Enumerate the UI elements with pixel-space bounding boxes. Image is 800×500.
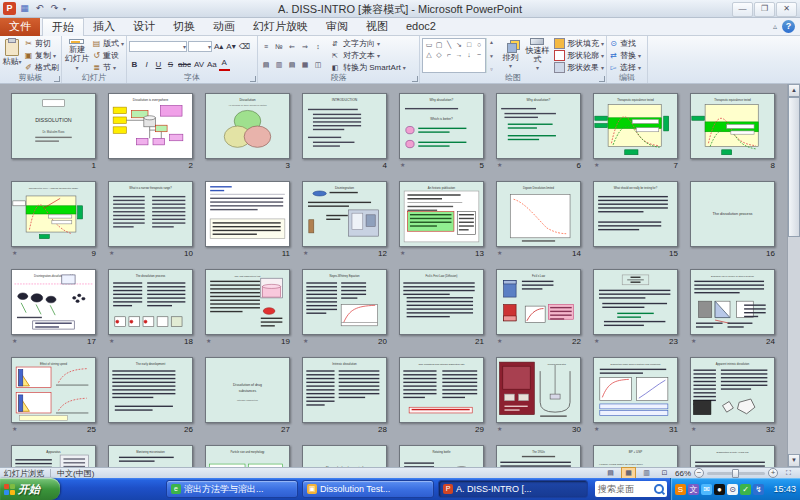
shape-curve-icon[interactable]: ~: [474, 50, 484, 60]
slide-thumbnail-39[interactable]: BP + USP• Paddle versus basket as defaul…: [593, 445, 678, 467]
slide-thumbnail-28[interactable]: Intrinsic dissolution: [302, 357, 387, 423]
clear-formatting-icon[interactable]: ⌫: [238, 41, 251, 52]
transition-indicator-icon[interactable]: ★: [400, 161, 405, 168]
bold-button[interactable]: B: [129, 59, 140, 70]
desktop-search-box[interactable]: 搜索桌面: [595, 481, 667, 497]
scroll-down-icon[interactable]: ▼: [788, 454, 800, 467]
zoom-in-icon[interactable]: +: [768, 468, 778, 478]
slide-thumbnail-33[interactable]: Apparatus: [11, 445, 96, 467]
transition-indicator-icon[interactable]: ★: [594, 425, 599, 432]
qat-dropdown-icon[interactable]: ▾: [63, 5, 66, 12]
transition-indicator-icon[interactable]: ★: [109, 249, 114, 256]
slide-thumbnail-31[interactable]: Dissolution under Noyes-Whitney sink con…: [593, 357, 678, 423]
transition-indicator-icon[interactable]: ★: [303, 249, 308, 256]
slide-thumbnail-35[interactable]: Particle size and morphology: [205, 445, 290, 467]
slide-thumbnail-36[interactable]: The early development of: [302, 445, 387, 467]
indent-decrease-icon[interactable]: ⇐: [286, 41, 298, 52]
section-button[interactable]: ≣节▾: [92, 62, 124, 73]
justify-icon[interactable]: ▦: [299, 59, 311, 70]
transition-indicator-icon[interactable]: ★: [109, 337, 114, 344]
slide-thumbnail-26[interactable]: The early development: [108, 357, 193, 423]
line-spacing-icon[interactable]: ↕: [312, 41, 324, 52]
shape-fill-button[interactable]: 形状填充▾: [554, 38, 604, 49]
slide-thumbnail-37[interactable]: Rotating bottle: [399, 445, 484, 467]
replace-button[interactable]: ⇄替换▾: [609, 50, 647, 61]
transition-indicator-icon[interactable]: ★: [12, 425, 17, 432]
arrange-button[interactable]: 排列▾: [498, 38, 523, 73]
transition-indicator-icon[interactable]: ★: [594, 337, 599, 344]
slide-thumbnail-11[interactable]: [205, 181, 290, 247]
transition-indicator-icon[interactable]: ★: [691, 425, 696, 432]
shape-diamond-icon[interactable]: ◇: [434, 50, 444, 60]
transition-indicator-icon[interactable]: ★: [497, 249, 502, 256]
numbering-icon[interactable]: №: [273, 41, 285, 52]
slide-thumbnail-29[interactable]: Sink conditions and intrinsic dissolutio…: [399, 357, 484, 423]
powerpoint-logo-icon[interactable]: P: [3, 2, 16, 15]
shape-arrow-line-icon[interactable]: ↘: [454, 40, 464, 50]
sogou-input-icon[interactable]: S: [675, 484, 686, 495]
maximize-button[interactable]: ❐: [754, 2, 775, 17]
taskbar-button-1[interactable]: e溶出方法学与溶出...: [166, 480, 298, 498]
italic-button[interactable]: I: [141, 59, 152, 70]
language-label[interactable]: 中文(中国): [57, 468, 94, 479]
slide-thumbnail-27[interactable]: Dissolution of drugsubstancesIntrinsic d…: [205, 357, 290, 423]
align-left-icon[interactable]: ▤: [260, 59, 272, 70]
paste-button[interactable]: 粘贴▾: [2, 38, 22, 73]
tab-transitions[interactable]: 切换: [164, 18, 204, 36]
shape-triangle-icon[interactable]: △: [424, 50, 434, 60]
shape-square-icon[interactable]: □: [464, 40, 474, 50]
new-slide-button[interactable]: 新建 幻灯片▾: [64, 38, 90, 73]
zoom-level[interactable]: 66%: [675, 469, 691, 478]
shape-rect-icon[interactable]: ▭: [424, 40, 434, 50]
slide-thumbnail-3[interactable]: DissolutionAn interplay of three groups …: [205, 93, 290, 159]
align-right-icon[interactable]: ▤: [286, 59, 298, 70]
slide-thumbnail-5[interactable]: Why dissolution?Which is better?: [399, 93, 484, 159]
tab-insert[interactable]: 插入: [84, 18, 124, 36]
slide-thumbnail-4[interactable]: INTRODUCTION: [302, 93, 387, 159]
slide-thumbnail-9[interactable]: Therapeutic level – narrow therapeutic r…: [11, 181, 96, 247]
security-icon[interactable]: ✓: [740, 484, 751, 495]
start-button[interactable]: 开始: [0, 478, 60, 500]
copy-button[interactable]: ▣复制▾: [24, 50, 59, 61]
slide-thumbnail-23[interactable]: [593, 269, 678, 335]
zoom-out-icon[interactable]: −: [694, 468, 704, 478]
strikethrough-button[interactable]: abc: [177, 59, 192, 70]
slide-thumbnail-1[interactable]: DISSOLUTIONDr. Malcolm Ross: [11, 93, 96, 159]
indent-increase-icon[interactable]: ⇒: [299, 41, 311, 52]
tab-home[interactable]: 开始: [42, 18, 84, 36]
shapes-gallery[interactable]: ▭▢╲↘□○△◇⌐→↓~: [422, 38, 486, 73]
transition-indicator-icon[interactable]: ★: [206, 337, 211, 344]
slide-thumbnail-6[interactable]: Why dissolution?: [496, 93, 581, 159]
text-shadow-button[interactable]: S: [165, 59, 176, 70]
find-button[interactable]: ⊙查找: [609, 38, 647, 49]
slide-thumbnail-7[interactable]: Therapeutic equivalence tested: [593, 93, 678, 159]
undo-icon[interactable]: ↶: [33, 2, 46, 15]
transition-indicator-icon[interactable]: ★: [691, 337, 696, 344]
magnifier-icon[interactable]: ⊙: [727, 484, 738, 495]
clipboard-dialog-launcher[interactable]: [54, 76, 60, 82]
layout-button[interactable]: ▤版式▾: [92, 38, 124, 49]
slide-thumbnail-12[interactable]: Disintegration: [302, 181, 387, 247]
help-icon[interactable]: ?: [782, 20, 795, 33]
tab-review[interactable]: 审阅: [317, 18, 357, 36]
shrink-font-icon[interactable]: A▾: [225, 41, 236, 52]
quick-styles-button[interactable]: 快速样式▾: [525, 38, 550, 73]
scroll-up-icon[interactable]: ▲: [788, 84, 800, 97]
zoom-slider[interactable]: [707, 472, 765, 475]
transition-indicator-icon[interactable]: ★: [12, 249, 17, 256]
slide-thumbnail-19[interactable]: The first dissolution test: [205, 269, 290, 335]
slide-thumbnail-24[interactable]: Diffusion Layer Model in stirred system: [690, 269, 775, 335]
network-icon[interactable]: ↯: [753, 484, 764, 495]
shape-rounded-rect-icon[interactable]: ▢: [434, 40, 444, 50]
tab-animations[interactable]: 动画: [204, 18, 244, 36]
font-color-button[interactable]: A: [219, 58, 230, 71]
zoom-slider-thumb[interactable]: [732, 469, 739, 478]
slide-thumbnail-21[interactable]: Fick's First Law (Diffusion): [399, 269, 484, 335]
tab-edoc2[interactable]: edoc2: [397, 18, 445, 36]
format-painter-button[interactable]: ✐格式刷: [24, 62, 59, 73]
shape-elbow-icon[interactable]: ⌐: [444, 50, 454, 60]
align-text-button[interactable]: ⇱对齐文本▾: [329, 50, 406, 61]
save-icon[interactable]: ▦: [18, 2, 31, 15]
transition-indicator-icon[interactable]: ★: [497, 337, 502, 344]
cut-button[interactable]: ✂剪切: [24, 38, 59, 49]
